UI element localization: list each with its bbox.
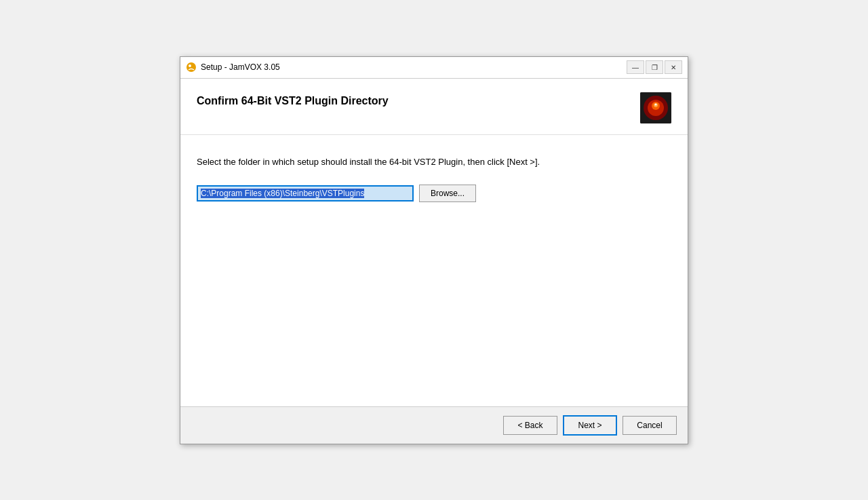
desktop: Setup - JamVOX 3.05 — ❐ ✕ Confirm 64-Bit…: [0, 0, 868, 500]
setup-window: Setup - JamVOX 3.05 — ❐ ✕ Confirm 64-Bit…: [180, 56, 688, 444]
page-title: Confirm 64-Bit VST2 Plugin Directory: [197, 95, 389, 107]
browse-button[interactable]: Browse...: [419, 185, 476, 202]
path-input[interactable]: [197, 185, 414, 201]
title-bar-controls: — ❐ ✕: [627, 60, 682, 74]
back-button[interactable]: < Back: [503, 416, 557, 435]
title-bar-left: Setup - JamVOX 3.05: [186, 62, 280, 73]
title-bar: Setup - JamVOX 3.05 — ❐ ✕: [180, 57, 688, 79]
body-section: Select the folder in which setup should …: [180, 135, 688, 406]
footer-section: < Back Next > Cancel: [180, 406, 688, 444]
cancel-button[interactable]: Cancel: [623, 416, 677, 435]
minimize-button[interactable]: —: [627, 60, 644, 74]
app-logo: [640, 92, 671, 123]
path-row: Browse...: [197, 185, 671, 202]
next-button[interactable]: Next >: [563, 415, 617, 436]
app-icon: [186, 62, 197, 73]
svg-point-0: [186, 62, 196, 72]
restore-button[interactable]: ❐: [646, 60, 663, 74]
instruction-text: Select the folder in which setup should …: [197, 155, 671, 169]
window-content: Confirm 64-Bit VST2 Plugin Directory Sel…: [180, 79, 688, 444]
header-section: Confirm 64-Bit VST2 Plugin Directory: [180, 79, 688, 135]
close-button[interactable]: ✕: [665, 60, 682, 74]
window-title: Setup - JamVOX 3.05: [201, 62, 280, 72]
svg-point-1: [189, 64, 191, 67]
svg-point-7: [655, 103, 657, 105]
